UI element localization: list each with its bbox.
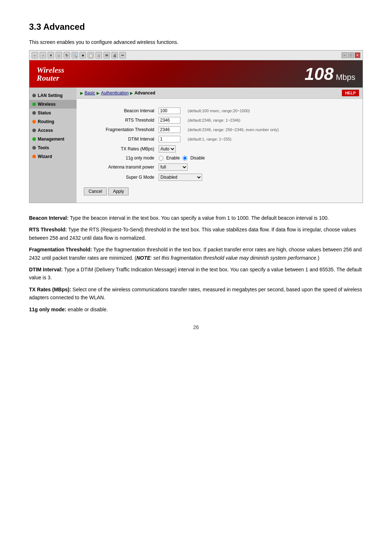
desc-11g-term: 11g only mode: (29, 307, 66, 312)
home-button[interactable]: ⌂ (56, 52, 62, 58)
dtim-interval-input[interactable] (159, 136, 180, 142)
antenna-row: Antenna transmit power full half quarter… (84, 162, 355, 172)
beacon-interval-label: Beacon Interval (84, 106, 156, 116)
rts-threshold-input[interactable] (159, 117, 180, 123)
g-only-disable-label: Disable (190, 155, 205, 161)
antenna-value-cell: full half quarter min (156, 162, 355, 172)
back-button[interactable]: ← (32, 52, 38, 58)
tx-rates-select[interactable]: Auto 1 2 5.5 11 (159, 145, 176, 153)
sidebar-label-access: Access (38, 128, 53, 133)
tx-rates-label: TX Rates (MBps) (84, 144, 156, 154)
super-g-select[interactable]: Disabled Super G without turbo Super G w… (159, 174, 202, 181)
tab-advanced[interactable]: Advanced (134, 90, 155, 96)
router-brand: Wireless Router (37, 66, 64, 82)
tx-rates-value-cell: Auto 1 2 5.5 11 (156, 144, 185, 154)
help-button[interactable]: HELP (342, 90, 359, 96)
dot-routing (32, 120, 36, 123)
desc-frag-term: Fragmentation Threshold: (29, 247, 92, 252)
history-button[interactable]: 📋 (87, 52, 94, 58)
router-speed: 108 Mbps (305, 64, 355, 84)
antenna-label: Antenna transmit power (84, 162, 156, 172)
dtim-interval-value-cell (156, 134, 185, 144)
router-body: LAN Setting Wireless Status Routing (29, 88, 363, 203)
beacon-interval-row: Beacon Interval (default:100 msec, range… (84, 106, 355, 116)
beacon-interval-input[interactable] (159, 108, 180, 114)
forward-button[interactable]: → (40, 52, 46, 58)
intro-text: This screen enables you to configure adv… (29, 39, 363, 45)
tx-rates-row: TX Rates (MBps) Auto 1 2 5.5 11 (84, 144, 355, 154)
rts-threshold-label: RTS Threshold (84, 116, 156, 125)
minimize-button[interactable]: – (342, 52, 347, 58)
beacon-interval-value-cell (156, 106, 185, 116)
frag-threshold-row: Fragmentation Threshold (default:2346, r… (84, 125, 355, 134)
g-only-radio-group: Enable Disable (159, 155, 353, 161)
dot-lan-setting (32, 94, 36, 97)
cancel-button[interactable]: Cancel (84, 187, 107, 195)
sidebar: LAN Setting Wireless Status Routing (29, 88, 77, 203)
refresh-button[interactable]: ↻ (64, 52, 70, 58)
tab-arrow-basic: ▶ (80, 91, 83, 95)
antenna-select[interactable]: full half quarter min (159, 163, 188, 171)
desc-rts-text: Type the RTS (Request-To-Send) threshold… (29, 227, 356, 240)
desc-dtim: DTIM Interval: Type a DTIM (Delivery Tra… (29, 266, 363, 282)
desc-frag: Fragmentation Threshold: Type the fragme… (29, 246, 363, 262)
brand-line2: Router (37, 74, 64, 82)
desc-11g-text: enable or disable. (68, 307, 108, 312)
router-ui: Wireless Router 108 Mbps LAN Setting (29, 60, 363, 203)
g-only-disable-radio[interactable] (183, 156, 187, 161)
sidebar-item-lan-setting[interactable]: LAN Setting (29, 91, 77, 100)
rts-threshold-hint: (default:2346, range: 1~2346) (185, 116, 355, 125)
mail-button[interactable]: ✉ (103, 52, 110, 58)
tab-authentication[interactable]: Authentication (101, 90, 128, 96)
g-only-enable-radio[interactable] (159, 156, 163, 161)
desc-beacon-text: Type the beacon interval in the text box… (70, 215, 329, 221)
stop-button[interactable]: ✕ (48, 52, 54, 58)
beacon-interval-hint: (default:100 msec, range:20~1000) (185, 106, 355, 116)
desc-tx: TX Rates (MBps): Select one of the wirel… (29, 285, 363, 302)
g-only-row: 11g only mode Enable Disable (84, 154, 355, 162)
tab-bar: ▶ Basic ▶ Authentication ▶ Advanced HELP (77, 88, 363, 99)
sidebar-label-tools: Tools (38, 145, 49, 150)
edit-button[interactable]: ✏ (119, 52, 126, 58)
apply-button[interactable]: Apply (108, 187, 128, 195)
router-header: Wireless Router 108 Mbps (29, 60, 363, 88)
favorites-button[interactable]: ★ (79, 52, 86, 58)
desc-frag-note-bold: NOTE (136, 255, 151, 261)
sidebar-label-lan-setting: LAN Setting (38, 93, 63, 98)
super-g-label: Super G Mode (84, 172, 156, 182)
dtim-interval-hint: (default:1, range: 1~255) (185, 134, 355, 144)
frag-threshold-input[interactable] (159, 126, 180, 133)
sidebar-item-tools[interactable]: Tools (29, 143, 77, 152)
desc-beacon: Beacon Interval: Type the beacon interva… (29, 214, 363, 222)
media-button[interactable]: ♫ (95, 52, 102, 58)
close-button[interactable]: ✕ (355, 52, 360, 58)
desc-tx-text: Select one of the wireless communication… (29, 287, 362, 300)
sidebar-item-access[interactable]: Access (29, 126, 77, 135)
tab-basic[interactable]: Basic (85, 90, 95, 96)
dot-management (32, 137, 36, 141)
maximize-button[interactable]: □ (348, 52, 354, 58)
sidebar-item-management[interactable]: Management (29, 135, 77, 143)
desc-11g: 11g only mode: enable or disable. (29, 305, 363, 313)
super-g-value-cell: Disabled Super G without turbo Super G w… (156, 172, 355, 182)
print-button[interactable]: 🖨 (111, 52, 118, 58)
g-only-enable-label: Enable (166, 155, 180, 161)
frag-threshold-value-cell (156, 125, 185, 134)
sidebar-item-wizard[interactable]: Wizard (29, 152, 77, 161)
rts-threshold-row: RTS Threshold (default:2346, range: 1~23… (84, 116, 355, 125)
g-only-label: 11g only mode (84, 154, 156, 162)
search-button[interactable]: 🔍 (72, 52, 78, 58)
desc-frag-note-end: .) (316, 255, 319, 261)
dot-tools (32, 146, 36, 150)
sidebar-item-wireless[interactable]: Wireless (29, 100, 77, 109)
browser-toolbar: ← → ✕ ⌂ ↻ 🔍 ★ 📋 ♫ ✉ 🖨 ✏ – □ ✕ (29, 50, 363, 60)
tab-arrow-adv: ▶ (130, 91, 133, 95)
sidebar-label-status: Status (38, 110, 51, 116)
sidebar-item-routing[interactable]: Routing (29, 117, 77, 126)
desc-dtim-text: Type a DTIM (Delivery Traffic Indication… (29, 267, 362, 280)
page-number: 26 (29, 324, 363, 330)
sidebar-label-wireless: Wireless (38, 102, 56, 107)
sidebar-item-status[interactable]: Status (29, 109, 77, 117)
desc-dtim-term: DTIM Interval: (29, 267, 63, 272)
tab-arrow-auth: ▶ (97, 91, 99, 95)
